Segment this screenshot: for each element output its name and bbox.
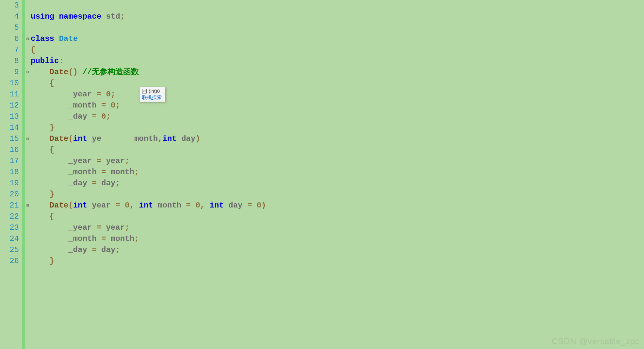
code-line[interactable]: using namespace std; <box>31 11 644 22</box>
line-number: 4 <box>0 11 19 22</box>
code-editor[interactable]: 3456789101112131415161718192021222324252… <box>0 0 644 349</box>
code-line[interactable]: public: <box>31 56 644 67</box>
brace-close: } <box>50 123 54 132</box>
comma: , <box>200 201 205 210</box>
assign-op: = <box>186 201 190 210</box>
code-line[interactable]: _month = 0; <box>31 100 644 111</box>
line-number: 17 <box>0 156 19 167</box>
fold-toggle-icon[interactable]: ⊟ <box>26 204 30 208</box>
param: month <box>134 134 158 143</box>
keyword-int: int <box>73 134 87 143</box>
keyword-public: public <box>31 57 59 65</box>
tooltip-search-link[interactable]: 联机搜索 <box>142 94 162 101</box>
paren: ) <box>195 134 200 143</box>
assign-op: = <box>97 157 101 165</box>
code-line[interactable]: { <box>31 211 644 222</box>
identifier: day <box>101 179 115 188</box>
code-line[interactable]: _month = month; <box>31 167 644 178</box>
line-number: 7 <box>0 44 19 56</box>
member-var: _year <box>68 90 92 99</box>
brace-open: { <box>50 79 54 88</box>
code-line[interactable]: Date(int year = 0, int month = 0, int da… <box>31 200 644 211</box>
code-line[interactable]: } <box>31 189 644 200</box>
param: ye <box>92 134 101 143</box>
semicolon: ; <box>134 168 139 176</box>
code-line[interactable]: _day = day; <box>31 178 644 189</box>
code-line[interactable]: _year = year; <box>31 156 644 167</box>
fold-column: ⊟ ⊟ ⊟ ⊟ <box>25 0 31 349</box>
code-line[interactable]: _day = day; <box>31 244 644 256</box>
keyword-using: using <box>31 12 54 21</box>
member-var: _month <box>68 101 96 110</box>
line-number: 26 <box>0 256 19 267</box>
line-number: 12 <box>0 100 19 111</box>
code-line[interactable]: Date(int ye month,int day) <box>31 133 644 144</box>
brace-open: { <box>50 212 54 221</box>
paren: ) <box>261 201 266 210</box>
semicolon: ; <box>125 223 129 232</box>
keyword-int: int <box>209 201 223 210</box>
code-line[interactable]: } <box>31 256 644 267</box>
code-line[interactable]: class Date <box>31 33 644 44</box>
line-number: 19 <box>0 178 19 189</box>
brace-close: } <box>50 190 54 199</box>
line-number: 16 <box>0 144 19 156</box>
line-number: 15 <box>0 133 19 144</box>
code-line[interactable] <box>31 22 644 33</box>
class-name: Date <box>59 34 78 43</box>
line-number: 11 <box>0 89 19 100</box>
code-line[interactable]: { <box>31 44 644 56</box>
line-number: 3 <box>0 0 19 11</box>
code-line[interactable]: _year = year; <box>31 222 644 233</box>
brace-close: } <box>50 257 54 265</box>
comment: //无参构造函数 <box>82 68 139 76</box>
line-number: 22 <box>0 211 19 222</box>
semicolon: ; <box>111 90 115 99</box>
identifier: month <box>111 234 134 243</box>
tooltip-search-row[interactable]: 联机搜索 <box>140 94 165 101</box>
identifier: month <box>111 168 134 176</box>
brace-open: { <box>50 145 54 154</box>
line-number: 6 <box>0 33 19 44</box>
semicolon: ; <box>120 12 125 21</box>
identifier: year <box>106 157 125 165</box>
semicolon: ; <box>134 234 139 243</box>
code-line[interactable]: _year = 0; <box>31 89 644 100</box>
line-number: 20 <box>0 189 19 200</box>
assign-op: = <box>92 245 96 254</box>
code-line[interactable]: Date() //无参构造函数 <box>31 67 644 78</box>
member-var: _year <box>68 223 92 232</box>
identifier-std: std <box>106 12 120 21</box>
semicolon: ; <box>115 101 120 110</box>
assign-op: = <box>101 234 106 243</box>
code-line[interactable]: _day = 0; <box>31 111 644 122</box>
keyword-int: int <box>73 201 87 210</box>
keyword-class: class <box>31 34 54 43</box>
member-var: _day <box>68 179 87 188</box>
line-number-gutter: 3456789101112131415161718192021222324252… <box>0 0 22 349</box>
assign-op: = <box>97 90 101 99</box>
code-line[interactable]: { <box>31 78 644 89</box>
code-line[interactable] <box>31 0 644 11</box>
fold-toggle-icon[interactable]: ⊟ <box>26 138 30 141</box>
code-line[interactable]: _month = month; <box>31 233 644 244</box>
code-line[interactable]: { <box>31 144 644 156</box>
line-number: 25 <box>0 244 19 256</box>
assign-op: = <box>101 168 106 176</box>
fold-toggle-icon[interactable]: ⊟ <box>26 71 30 75</box>
line-number: 8 <box>0 56 19 67</box>
keyword-int: int <box>162 134 176 143</box>
keyword-int: int <box>139 201 153 210</box>
number-literal: 0 <box>195 201 200 210</box>
property-icon: ▭ <box>142 89 147 93</box>
assign-op: = <box>115 201 120 210</box>
paren: ( <box>68 201 73 210</box>
comma: , <box>129 201 134 210</box>
code-line[interactable]: } <box>31 122 644 133</box>
code-area[interactable]: using namespace std; class Date { public… <box>31 0 644 349</box>
member-var: _day <box>68 245 87 254</box>
identifier: year <box>106 223 125 232</box>
member-var: _year <box>68 157 92 165</box>
line-number: 5 <box>0 22 19 33</box>
fold-toggle-icon[interactable]: ⊟ <box>26 38 30 42</box>
